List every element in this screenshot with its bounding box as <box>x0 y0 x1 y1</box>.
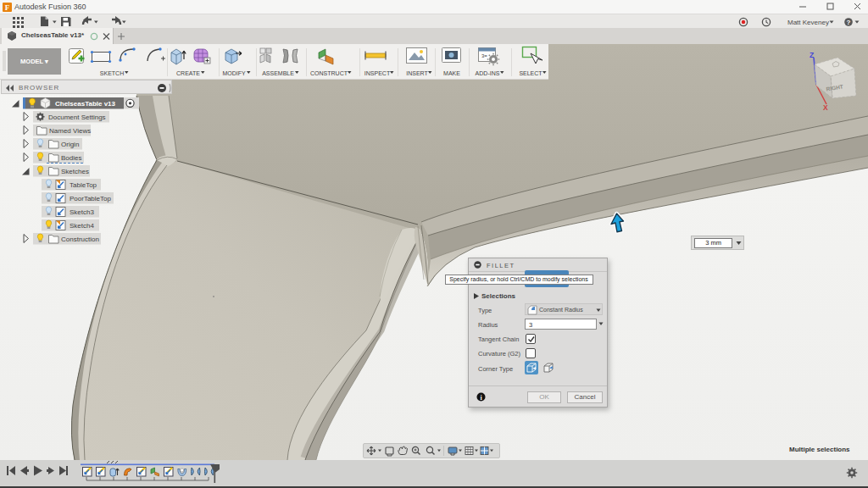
svg-text:?: ? <box>847 19 851 26</box>
svg-text:CREATE: CREATE <box>176 70 200 76</box>
svg-text:MAKE: MAKE <box>443 70 460 76</box>
svg-text:Document Settings: Document Settings <box>48 114 106 121</box>
svg-text:F: F <box>5 3 10 12</box>
svg-text:ASSEMBLE: ASSEMBLE <box>262 70 294 76</box>
svg-text:PoorTableTop: PoorTableTop <box>70 195 111 202</box>
svg-text:INSPECT: INSPECT <box>364 70 391 76</box>
svg-text:SKETCH: SKETCH <box>100 70 124 76</box>
svg-text:TableTop: TableTop <box>70 181 97 189</box>
svg-text:Bodies: Bodies <box>61 154 81 162</box>
svg-text:Matt Keveney: Matt Keveney <box>787 19 829 26</box>
svg-text:3=: 3= <box>481 53 487 58</box>
svg-text:Origin: Origin <box>61 141 79 148</box>
svg-text:X: X <box>823 103 828 112</box>
svg-text:SELECT: SELECT <box>519 70 542 76</box>
svg-text:Construction: Construction <box>61 236 99 243</box>
svg-text:Sketches: Sketches <box>61 168 89 175</box>
svg-text:MODIFY: MODIFY <box>222 70 246 76</box>
svg-text:Sketch3: Sketch3 <box>70 208 94 216</box>
svg-text:CONSTRUCT: CONSTRUCT <box>310 70 348 76</box>
svg-text:INSERT: INSERT <box>406 70 428 76</box>
svg-text:Named Views: Named Views <box>49 127 91 135</box>
svg-text:ADD-INS: ADD-INS <box>476 70 500 76</box>
svg-text:Sketch4: Sketch4 <box>70 222 94 230</box>
svg-text:ChelseasTable v13: ChelseasTable v13 <box>55 100 116 108</box>
